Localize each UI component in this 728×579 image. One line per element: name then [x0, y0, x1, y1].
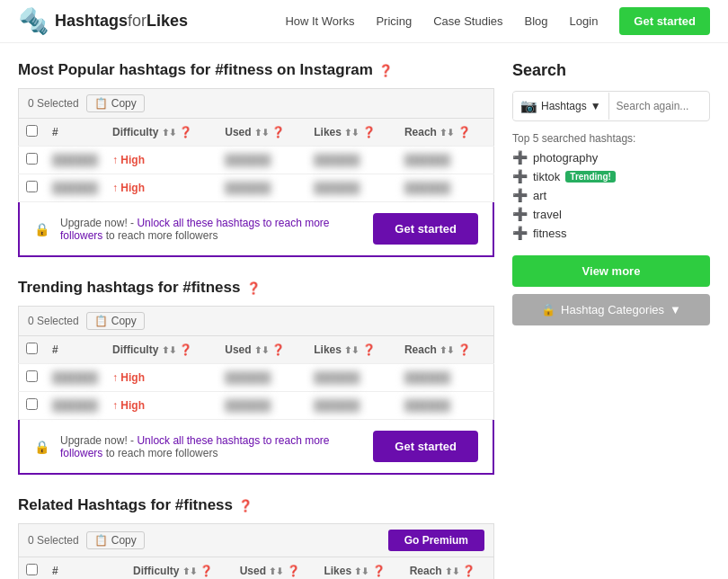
t-likes-help-icon[interactable]: ❓: [362, 343, 376, 356]
t-row1-used: ██████: [218, 364, 306, 392]
t-row2-checkbox[interactable]: [26, 398, 38, 410]
most-popular-section: Most Popular hashtags for #fitness on In…: [18, 61, 494, 257]
trending-help-icon[interactable]: ❓: [246, 281, 261, 295]
page-content: Most Popular hashtags for #fitness on In…: [0, 43, 728, 579]
row1-likes: ██████: [306, 147, 397, 174]
most-popular-toolbar: 0 Selected 📋 Copy: [18, 88, 494, 118]
nav-blog[interactable]: Blog: [525, 14, 548, 28]
related-help-icon[interactable]: ❓: [238, 499, 253, 512]
hashtag-item: ➕ photography: [512, 150, 710, 165]
trending-get-started-button[interactable]: Get started: [373, 431, 478, 462]
plus-icon: ➕: [512, 169, 528, 183]
logo-text: HashtagsforLikes: [55, 12, 188, 31]
t-row2-reach: ██████: [397, 392, 494, 420]
sidebar: Search 📷 Hashtags ▼ 🔍 Top 5 searched has…: [512, 61, 710, 579]
t-used-help-icon[interactable]: ❓: [271, 343, 285, 356]
nav-pricing[interactable]: Pricing: [376, 14, 412, 28]
hashtag-item: ➕ travel: [512, 207, 710, 221]
row1-used: ██████: [218, 147, 306, 174]
most-popular-col-likes: Likes ⬆⬇ ❓: [306, 119, 397, 147]
row2-used: ██████: [218, 174, 306, 202]
t-reach-help-icon[interactable]: ❓: [457, 343, 471, 356]
related-header-row: # Difficulty ⬆⬇ ❓ Used ⬆⬇ ❓ Likes ⬆⬇ ❓ R…: [19, 557, 494, 580]
related-col-reach: Reach ⬆⬇ ❓: [403, 557, 494, 580]
sidebar-title: Search: [512, 61, 710, 80]
related-select-all[interactable]: [26, 564, 38, 575]
search-box: 📷 Hashtags ▼ 🔍: [512, 91, 710, 121]
logo-icon: 🔩: [18, 6, 49, 36]
nav-how-it-works[interactable]: How It Works: [285, 14, 354, 28]
top-hashtags-label: Top 5 searched hashtags:: [512, 132, 710, 145]
table-row: ██████ ↑ High ██████ ██████ ██████: [19, 392, 494, 420]
lock-icon: 🔒: [34, 222, 49, 236]
trending-title: Trending hashtags for #fitness ❓: [18, 279, 494, 297]
trending-section: Trending hashtags for #fitness ❓ 0 Selec…: [18, 279, 494, 475]
trending-table: # Difficulty ⬆⬇ ❓ Used ⬆⬇ ❓ Likes ⬆⬇ ❓ R…: [18, 335, 494, 420]
t-row2-difficulty: ↑ High: [105, 392, 218, 420]
most-popular-upgrade-banner: 🔒 Upgrade now! - Unlock all these hashta…: [18, 202, 494, 257]
related-table: # Difficulty ⬆⬇ ❓ Used ⬆⬇ ❓ Likes ⬆⬇ ❓ R…: [18, 557, 494, 579]
trending-toolbar: 0 Selected 📋 Copy: [18, 306, 494, 335]
upgrade-text: Upgrade now! - Unlock all these hashtags…: [60, 217, 362, 242]
trending-copy-button[interactable]: 📋 Copy: [86, 312, 145, 330]
navbar: 🔩 HashtagsforLikes How It Works Pricing …: [0, 0, 728, 43]
likes-help-icon[interactable]: ❓: [362, 126, 376, 138]
table-row: ██████ ↑ High ██████ ██████ ██████: [19, 174, 494, 202]
plus-icon: ➕: [512, 226, 528, 240]
r-used-help-icon[interactable]: ❓: [287, 565, 300, 577]
trending-select-all[interactable]: [26, 343, 38, 354]
nav-case-studies[interactable]: Case Studies: [433, 14, 502, 28]
hashtag-sidebar-link[interactable]: photography: [533, 151, 598, 165]
t-row2-likes: ██████: [306, 392, 397, 420]
reach-help-icon[interactable]: ❓: [457, 126, 471, 138]
nav-login[interactable]: Login: [570, 14, 599, 28]
chevron-down-icon: ▼: [590, 100, 601, 112]
r-reach-help-icon[interactable]: ❓: [462, 565, 475, 577]
trending-badge: Trending!: [565, 171, 616, 183]
most-popular-select-all[interactable]: [26, 125, 38, 137]
most-popular-help-icon[interactable]: ❓: [378, 64, 393, 77]
r-difficulty-help-icon[interactable]: ❓: [200, 565, 213, 577]
row1-reach: ██████: [397, 147, 494, 174]
most-popular-table: # Difficulty ⬆⬇ ❓ Used ⬆⬇ ❓ Likes ⬆⬇ ❓ R…: [18, 118, 494, 202]
hashtag-sidebar-link[interactable]: travel: [533, 208, 562, 221]
most-popular-selected: 0 Selected: [28, 97, 79, 110]
view-more-button[interactable]: View more: [512, 255, 710, 287]
hashtag-categories-button[interactable]: 🔒 Hashtag Categories ▼: [512, 294, 710, 325]
chevron-down-icon-2: ▼: [670, 303, 681, 316]
used-help-icon[interactable]: ❓: [271, 126, 285, 138]
difficulty-help-icon[interactable]: ❓: [179, 126, 192, 138]
t-row1-checkbox[interactable]: [26, 370, 38, 382]
related-selected: 0 Selected: [28, 534, 79, 547]
search-type-label: Hashtags: [541, 100, 587, 112]
hashtag-sidebar-link[interactable]: art: [533, 189, 546, 202]
row2-checkbox[interactable]: [26, 181, 38, 192]
hashtag-sidebar-link[interactable]: tiktok: [533, 170, 560, 183]
trending-col-difficulty: Difficulty ⬆⬇ ❓: [105, 336, 218, 364]
most-popular-copy-button[interactable]: 📋 Copy: [86, 94, 145, 112]
most-popular-col-difficulty: Difficulty ⬆⬇ ❓: [105, 119, 218, 147]
t-row1-likes: ██████: [306, 364, 397, 392]
most-popular-title: Most Popular hashtags for #fitness on In…: [18, 61, 494, 79]
most-popular-get-started-button[interactable]: Get started: [373, 213, 478, 245]
trending-col-likes: Likes ⬆⬇ ❓: [306, 336, 397, 364]
most-popular-col-num: #: [45, 119, 105, 147]
most-popular-header-row: # Difficulty ⬆⬇ ❓ Used ⬆⬇ ❓ Likes ⬆⬇ ❓ R…: [19, 119, 494, 147]
trending-col-reach: Reach ⬆⬇ ❓: [397, 336, 494, 364]
related-toolbar: 0 Selected 📋 Copy Go Premium: [18, 523, 494, 557]
search-type-selector[interactable]: 📷 Hashtags ▼: [513, 93, 609, 120]
row1-checkbox[interactable]: [26, 153, 38, 165]
main-content: Most Popular hashtags for #fitness on In…: [18, 61, 494, 579]
r-likes-help-icon[interactable]: ❓: [372, 565, 386, 577]
trending-col-used: Used ⬆⬇ ❓: [218, 336, 306, 364]
nav-get-started-button[interactable]: Get started: [619, 7, 710, 35]
t-difficulty-help-icon[interactable]: ❓: [179, 343, 192, 356]
trending-selected: 0 Selected: [28, 315, 79, 327]
hashtag-sidebar-link[interactable]: fitness: [533, 227, 567, 240]
instagram-icon: 📷: [520, 98, 537, 114]
row1-num: ██████: [45, 147, 105, 174]
related-col-likes: Likes ⬆⬇ ❓: [316, 557, 402, 580]
related-copy-button[interactable]: 📋 Copy: [86, 531, 145, 549]
go-premium-button[interactable]: Go Premium: [388, 530, 484, 551]
search-input[interactable]: [609, 94, 710, 118]
